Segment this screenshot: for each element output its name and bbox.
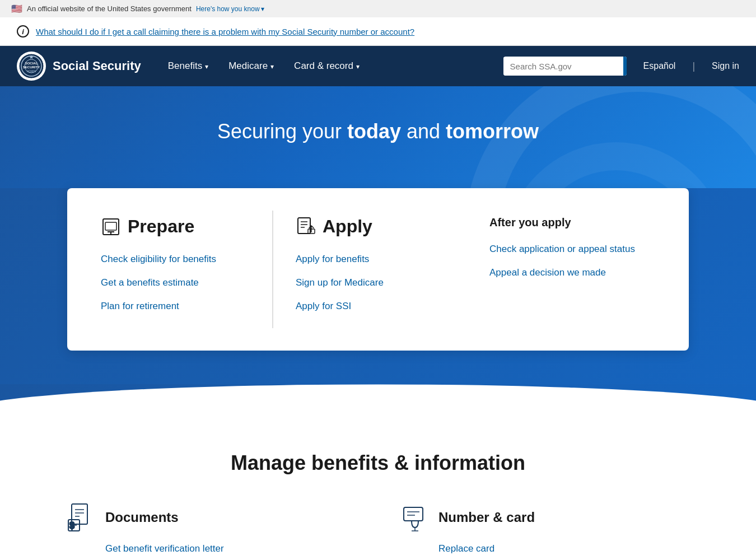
apply-benefits-link[interactable]: Apply for benefits: [296, 253, 450, 266]
gov-banner: 🇺🇸 An official website of the United Sta…: [0, 0, 756, 17]
search-area: [503, 57, 627, 76]
nav-medicare[interactable]: Medicare ▾: [218, 46, 284, 86]
ssa-seal-icon: SOCIAL SECURITY ADMIN: [18, 53, 44, 79]
after-apply-column: After you apply Check application or app…: [467, 211, 661, 328]
svg-rect-8: [105, 222, 116, 230]
number-card-title: Number & card: [438, 510, 535, 525]
replace-card-link[interactable]: Replace card: [438, 543, 689, 554]
benefits-chevron-icon: ▾: [205, 63, 208, 71]
number-card-icon: [400, 503, 430, 532]
wave-divider: [0, 384, 756, 412]
hero-title: Securing your today and tomorrow: [17, 120, 739, 143]
benefit-verification-link[interactable]: Get benefit verification letter: [105, 543, 356, 554]
svg-rect-26: [404, 507, 423, 521]
nav-card-label: Card & record: [294, 60, 353, 72]
hero-today: today: [347, 120, 401, 143]
card-section: Prepare Check eligibility for benefits G…: [0, 188, 756, 384]
ssa-logo: SOCIAL SECURITY ADMIN: [17, 52, 46, 81]
svg-text:ADMIN: ADMIN: [27, 69, 36, 73]
benefits-estimate-link[interactable]: Get a benefits estimate: [101, 276, 255, 290]
documents-header: $ Documents: [67, 503, 356, 532]
after-apply-heading: After you apply: [489, 216, 644, 229]
main-nav: Benefits ▾ Medicare ▾ Card & record ▾: [158, 46, 487, 86]
manage-number-card: Number & card Replace card Request numbe…: [400, 503, 689, 560]
flag-icon: 🇺🇸: [11, 3, 22, 14]
plan-retirement-link[interactable]: Plan for retirement: [101, 300, 255, 313]
manage-title: Manage benefits & information: [67, 451, 689, 475]
manage-grid: $ Documents Get benefit verification let…: [67, 503, 689, 560]
manage-documents: $ Documents Get benefit verification let…: [67, 503, 356, 560]
check-status-link[interactable]: Check application or appeal status: [489, 242, 644, 256]
manage-section: Manage benefits & information $ Document…: [0, 412, 756, 560]
check-eligibility-link[interactable]: Check eligibility for benefits: [101, 253, 255, 266]
svg-text:SECURITY: SECURITY: [23, 66, 40, 69]
site-name: Social Security: [53, 59, 141, 73]
logo-link[interactable]: SOCIAL SECURITY ADMIN Social Security: [17, 52, 141, 81]
appeal-decision-link[interactable]: Appeal a decision we made: [489, 266, 644, 279]
prepare-heading: Prepare: [101, 216, 255, 237]
search-button[interactable]: [623, 57, 627, 76]
main-header: SOCIAL SECURITY ADMIN Social Security Be…: [0, 46, 756, 86]
info-icon: i: [17, 25, 29, 38]
apply-icon: [296, 217, 316, 237]
hero-middle: and: [401, 120, 446, 143]
apply-heading: Apply: [296, 216, 450, 237]
card-chevron-icon: ▾: [356, 63, 360, 71]
documents-icon: $: [67, 503, 96, 532]
signin-link[interactable]: Sign in: [712, 61, 739, 71]
number-card-header: Number & card: [400, 503, 689, 532]
alert-banner: i What should I do if I get a call claim…: [0, 17, 756, 46]
svg-text:SOCIAL: SOCIAL: [25, 62, 38, 65]
how-you-know-anchor[interactable]: Here's how you know: [196, 5, 260, 13]
nav-divider: |: [692, 60, 695, 72]
nav-benefits-label: Benefits: [168, 60, 202, 72]
alert-link[interactable]: What should I do if I get a call claimin…: [36, 27, 414, 36]
documents-title: Documents: [105, 510, 179, 525]
language-link[interactable]: Español: [643, 61, 676, 71]
apply-ssi-link[interactable]: Apply for SSI: [296, 300, 450, 313]
search-input[interactable]: [503, 57, 623, 76]
nav-medicare-label: Medicare: [228, 60, 268, 72]
apply-title: Apply: [323, 216, 372, 237]
medicare-chevron-icon: ▾: [270, 63, 274, 71]
how-you-know-link[interactable]: Here's how you know ▾: [196, 5, 264, 13]
nav-benefits[interactable]: Benefits ▾: [158, 46, 218, 86]
action-card: Prepare Check eligibility for benefits G…: [67, 188, 689, 351]
hero-tomorrow: tomorrow: [446, 120, 539, 143]
prepare-icon: [101, 217, 121, 237]
gov-banner-text: An official website of the United States…: [27, 4, 192, 13]
hero-prefix: Securing your: [217, 120, 347, 143]
prepare-title: Prepare: [128, 216, 194, 237]
chevron-down-icon: ▾: [261, 5, 264, 13]
signup-medicare-link[interactable]: Sign up for Medicare: [296, 276, 450, 290]
nav-card-record[interactable]: Card & record ▾: [284, 46, 370, 86]
apply-column: Apply Apply for benefits Sign up for Med…: [272, 211, 467, 328]
prepare-column: Prepare Check eligibility for benefits G…: [95, 211, 272, 328]
